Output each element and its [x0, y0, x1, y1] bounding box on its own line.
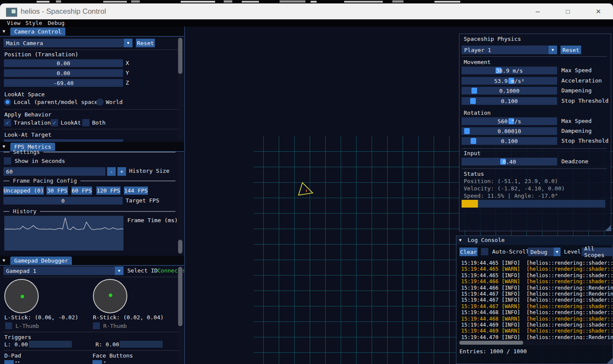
fps-preset-144[interactable]: 144 FPS — [124, 187, 148, 195]
pacing-label: Frame Pacing Config — [13, 177, 77, 184]
history-size-minus-button[interactable]: - — [107, 167, 116, 176]
maximize-button[interactable]: □ — [558, 3, 578, 19]
log-row: 15:19:44.466 [INFO] [helios::rendering::… — [461, 285, 613, 291]
checkbox-lookat[interactable]: ✓ — [51, 119, 58, 126]
fps-preset-uncapped[interactable]: Uncapped (0) — [3, 187, 44, 195]
apply-behavior-label: Apply Behavior — [4, 111, 52, 118]
rotation-max-speed-slider[interactable]: 560 °/s — [462, 117, 557, 125]
position-x-drag[interactable]: 0.00 — [4, 59, 123, 67]
lookat-target-label: Look-At Target — [4, 132, 52, 138]
rotation-dampening-slider[interactable]: 0.00010 — [462, 127, 557, 135]
checkbox-l-thumb[interactable] — [5, 322, 12, 329]
gamepad-scrollbar[interactable] — [178, 266, 183, 363]
gamepad-collapse-arrow-icon[interactable]: ▼ — [3, 258, 5, 263]
physics-resize-grip[interactable] — [605, 225, 611, 231]
window-title: helios - Spaceship Control — [21, 7, 106, 16]
position-z-drag[interactable]: -69.40 — [4, 79, 123, 87]
position-y-drag[interactable]: 0.00 — [4, 69, 123, 77]
separator — [3, 129, 181, 129]
menu-view[interactable]: View — [7, 20, 20, 27]
log-entry-list[interactable]: 15:19:44.465 [INFO] [helios::rendering::… — [458, 259, 613, 340]
separator — [462, 56, 607, 57]
menu-debug[interactable]: Debug — [48, 20, 65, 27]
movement-stop-threshold-slider[interactable]: 0.100 — [462, 97, 557, 105]
log-clear-button[interactable]: Clear — [459, 248, 477, 256]
checkbox-show-in-seconds[interactable] — [4, 157, 11, 165]
movement-max-speed-slider[interactable]: 38.9 m/s — [462, 67, 557, 74]
chevron-down-icon[interactable]: ▼ — [548, 46, 557, 54]
history-separator: History — [3, 208, 176, 214]
menu-style[interactable]: Style — [25, 20, 42, 27]
position-z-value: -69.40 — [4, 80, 123, 86]
ltrigger-bar — [29, 341, 72, 348]
status-label: Status — [464, 171, 484, 177]
fps-preset-120[interactable]: 120 FPS — [96, 187, 120, 195]
radio-local[interactable] — [4, 98, 11, 106]
history-size-plus-button[interactable]: + — [117, 167, 126, 176]
separator — [462, 168, 607, 169]
fps-preset-30[interactable]: 30 FPS — [46, 187, 68, 195]
log-scope-combo[interactable]: All Scopes — [582, 248, 613, 256]
chevron-down-icon[interactable]: ▼ — [124, 39, 132, 47]
camera-reset-button[interactable]: Reset — [136, 39, 155, 47]
select-id-label: Select ID — [127, 267, 157, 274]
target-fps-slider[interactable]: 0 — [3, 197, 123, 205]
tab-camera-control[interactable]: Camera Control — [10, 28, 65, 36]
checkbox-both[interactable] — [82, 119, 89, 126]
titlebar: helios - Spaceship Control – □ ✕ — [0, 3, 613, 19]
settings-separator: Settings — [3, 149, 176, 155]
log-resize-grip[interactable] — [607, 358, 613, 364]
fps-scrollbar[interactable] — [178, 152, 183, 255]
slider-value: 0.100 — [462, 137, 557, 145]
slider-value: 0.00010 — [462, 127, 557, 135]
radio-world-label: World — [106, 99, 123, 106]
status-velocity: Velocity: (-1.82, -4.10, 0.00) — [464, 185, 565, 192]
log-row: 15:19:44.467 [INFO] [helios::rendering::… — [461, 297, 613, 303]
physics-reset-button[interactable]: Reset — [561, 46, 581, 54]
movement-label: Movement — [464, 59, 491, 66]
speed-progress-fill — [462, 200, 478, 208]
fps-collapse-arrow-icon[interactable]: ▼ — [3, 144, 5, 149]
checkbox-translation[interactable]: ✓ — [4, 119, 11, 126]
l-thumb-label: L-Thumb — [15, 323, 39, 330]
rotation-stop-threshold-label: Stop Threshold — [561, 138, 609, 144]
log-collapse-arrow-icon[interactable]: ▼ — [459, 238, 462, 242]
log-level-combo[interactable]: Debug ▼ — [528, 248, 561, 256]
physics-combo[interactable]: Player 1 ▼ — [462, 46, 557, 54]
left-stick-display — [4, 279, 39, 313]
deadzone-slider[interactable]: 0.40 — [462, 158, 557, 165]
history-size-value: 60 — [3, 168, 13, 175]
slider-value: 0.100 — [462, 97, 557, 105]
camera-scrollbar[interactable] — [178, 37, 183, 141]
close-button[interactable]: ✕ — [588, 3, 608, 19]
chevron-down-icon[interactable]: ▼ — [115, 266, 123, 275]
history-label: History — [13, 208, 37, 214]
checkbox-r-thumb[interactable] — [93, 322, 100, 329]
checkbox-autoscroll[interactable] — [481, 248, 488, 255]
autoscroll-label: Auto-Scroll — [492, 248, 529, 255]
status-speed-angle: Speed: 11.5% | Angle: -17.0° — [464, 193, 558, 199]
log-hscrollbar-track[interactable] — [458, 340, 613, 345]
log-row: 15:19:44.468 [WARN] [helios::rendering::… — [461, 316, 613, 322]
panel-splitter[interactable] — [184, 27, 185, 364]
log-row: 15:19:44.467 [INFO] [helios::rendering::… — [461, 291, 613, 297]
log-title: Log Console — [468, 237, 505, 244]
camera-collapse-arrow-icon[interactable]: ▼ — [3, 29, 5, 34]
log-row: 15:19:44.469 [INFO] [helios::rendering::… — [461, 322, 613, 328]
radio-world[interactable] — [96, 98, 104, 106]
movement-dampening-slider[interactable]: 0.1000 — [462, 87, 557, 95]
camera-combo[interactable]: Main Camera ▼ — [3, 39, 132, 47]
history-size-input[interactable]: 60 — [3, 167, 105, 176]
log-hscrollbar-thumb[interactable] — [459, 341, 523, 345]
chevron-down-icon[interactable]: ▼ — [554, 248, 561, 256]
rotation-stop-threshold-slider[interactable]: 0.100 — [462, 137, 557, 145]
fps-preset-60[interactable]: 60 FPS — [71, 187, 92, 195]
log-titlebar[interactable]: ▼ Log Console — [456, 236, 613, 245]
gamepad-combo[interactable]: Gamepad 1 ▼ — [3, 266, 123, 275]
minimize-button[interactable]: – — [528, 3, 548, 19]
log-level-label: Level — [564, 248, 581, 255]
tab-gamepad-debugger[interactable]: Gamepad Debugger — [10, 257, 72, 265]
separator — [3, 109, 181, 110]
slider-value: 560 °/s — [462, 117, 557, 125]
movement-acceleration-slider[interactable]: 53.9 m/s² — [462, 77, 557, 85]
